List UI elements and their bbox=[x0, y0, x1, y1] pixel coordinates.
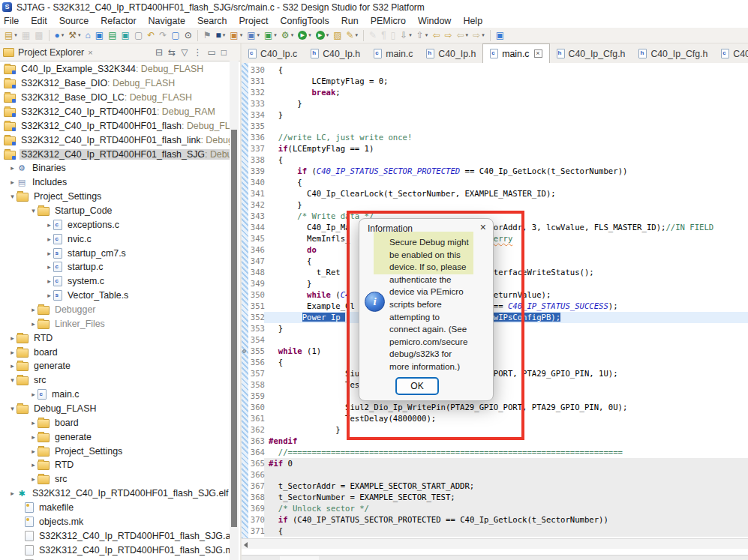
tree-item[interactable]: ▸exceptions.c bbox=[0, 217, 230, 232]
explorer-scrollbar[interactable] bbox=[230, 61, 239, 560]
c-element-button[interactable]: ▣▾ bbox=[263, 28, 278, 42]
tree-item[interactable]: S32K312_Base_DIO_LC: Debug_FLASH bbox=[0, 91, 230, 105]
tree-item[interactable]: ▸main.c bbox=[0, 388, 230, 402]
menu-navigate[interactable]: Navigate bbox=[143, 16, 191, 26]
editor-tab-C40_Ip.h[interactable]: C40_Ip.h bbox=[304, 44, 367, 63]
prev-annotation-button[interactable]: ⇧▾ bbox=[415, 28, 430, 42]
chevron-down-icon[interactable]: ▾ bbox=[8, 405, 17, 412]
chevron-right-icon[interactable]: ▸ bbox=[8, 490, 17, 497]
tree-item[interactable]: ▸▤Includes bbox=[0, 175, 230, 190]
chevron-right-icon[interactable]: ▸ bbox=[29, 433, 38, 441]
menu-pemicro[interactable]: PEMicro bbox=[365, 16, 412, 26]
menu-search[interactable]: Search bbox=[191, 16, 233, 26]
filter-icon[interactable]: ▽ bbox=[181, 48, 188, 57]
build-button[interactable]: ⚒▾ bbox=[67, 28, 82, 42]
tree-item[interactable]: ▸RTD bbox=[0, 458, 230, 472]
tree-item[interactable]: ▾Project_Settings bbox=[0, 190, 230, 204]
new-project-button[interactable]: ▣▾ bbox=[228, 28, 244, 42]
editor-tab-C40_Ip.c[interactable]: C40_Ip.c bbox=[714, 44, 748, 63]
chevron-right-icon[interactable]: ▸ bbox=[29, 461, 38, 469]
tree-item[interactable]: ▸Debugger bbox=[0, 303, 230, 317]
refresh-button[interactable]: ▣ bbox=[120, 28, 131, 42]
annotate-button[interactable]: ✎▾ bbox=[345, 28, 360, 42]
search-button[interactable]: ⊙ bbox=[183, 28, 194, 42]
tree-item[interactable]: S32K312_C40_Ip_RTD400HF01_flash_SJG.srec bbox=[0, 557, 230, 560]
explorer-scrollbar-thumb[interactable] bbox=[231, 130, 237, 527]
dialog-close-icon[interactable]: × bbox=[480, 221, 486, 233]
tree-item[interactable]: S32K312_C40_Ip_RTD400HF01_flash_SJG.map bbox=[0, 543, 230, 557]
debug-config-button[interactable]: ■▾ bbox=[215, 28, 227, 42]
tree-item[interactable]: ▾Debug_FLASH bbox=[0, 402, 230, 416]
menu-configtools[interactable]: ConfigTools bbox=[274, 16, 335, 26]
chevron-right-icon[interactable]: ▸ bbox=[29, 419, 38, 427]
tree-item[interactable]: ▸✱S32K312_C40_Ip_RTD400HF01_flash_SJG.el… bbox=[0, 487, 230, 501]
tree-item[interactable]: C40_Ip_Example_S32K344: Debug_FLASH bbox=[0, 62, 230, 76]
view-menu-icon[interactable]: ⋮ bbox=[193, 48, 202, 57]
chevron-right-icon[interactable]: ▸ bbox=[8, 334, 17, 342]
chevron-right-icon[interactable]: ▸ bbox=[29, 448, 38, 455]
chevron-down-icon[interactable]: ▾ bbox=[29, 207, 38, 214]
editor-tab-C40_Ip.c[interactable]: C40_Ip.c bbox=[242, 44, 304, 63]
chevron-right-icon[interactable]: ▸ bbox=[45, 235, 53, 243]
editor-tab-C40_Ip_Cfg.h[interactable]: C40_Ip_Cfg.h bbox=[632, 44, 714, 63]
editor-tab-C40_Ip_Cfg.h[interactable]: C40_Ip_Cfg.h bbox=[550, 44, 632, 63]
redo-button[interactable]: ↷ bbox=[158, 28, 168, 42]
back-history-button[interactable]: ⇦▾ bbox=[455, 28, 470, 42]
tree-item[interactable]: S32K312_C40_Ip_RTD400HF01_flash: Debug_F… bbox=[0, 118, 230, 133]
menu-project[interactable]: Project bbox=[233, 16, 275, 26]
next-annotation-button[interactable]: ⇩▾ bbox=[398, 28, 413, 42]
chevron-right-icon[interactable]: ▸ bbox=[29, 320, 38, 328]
editor-tab-main.c[interactable]: main.c× bbox=[482, 43, 549, 63]
tree-item[interactable]: ▸startup.c bbox=[0, 260, 230, 274]
scroll-left-arrow-icon[interactable] bbox=[244, 542, 248, 548]
run-button[interactable]: ▶▾ bbox=[296, 28, 313, 42]
build-project-button[interactable]: ⌂ bbox=[84, 28, 92, 42]
tree-item[interactable]: ▸startup_cm7.s bbox=[0, 246, 230, 260]
chevron-right-icon[interactable]: ▸ bbox=[45, 250, 53, 257]
tree-item[interactable]: ▸RTD bbox=[0, 331, 230, 345]
tree-item[interactable]: S32K312_C40_Ip_RTD400HF01_flash_SJG.args bbox=[0, 529, 230, 543]
chevron-right-icon[interactable]: ▸ bbox=[29, 306, 38, 313]
open-element-button[interactable]: ▨ bbox=[332, 28, 343, 42]
tree-item[interactable]: S32K312_C40_Ip_RTD400HF01: Debug_RAM bbox=[0, 105, 230, 119]
maximize-icon[interactable]: □ bbox=[221, 48, 227, 57]
undo-button[interactable]: ↶ bbox=[146, 28, 156, 42]
view-close-icon[interactable]: × bbox=[88, 48, 92, 57]
tree-item[interactable]: ▸src bbox=[0, 472, 230, 487]
tree-item[interactable]: ▾Startup_Code bbox=[0, 204, 230, 218]
toggle-mark-button[interactable]: ⚑ bbox=[202, 28, 213, 42]
tree-item[interactable]: ▸nvic.c bbox=[0, 232, 230, 246]
collapse-all-icon[interactable]: ⊟ bbox=[155, 48, 163, 57]
skip-breakpoints-button[interactable]: ●▾ bbox=[53, 28, 66, 42]
forward-edit-button[interactable]: ⇨ bbox=[443, 28, 453, 42]
menu-file[interactable]: File bbox=[0, 16, 25, 26]
tree-item[interactable]: makefile bbox=[0, 501, 230, 515]
tree-item[interactable]: S32K312_C40_Ip_RTD400HF01_flash_link: De… bbox=[0, 133, 230, 147]
tree-item[interactable]: objects.mk bbox=[0, 515, 230, 529]
chevron-right-icon[interactable]: ▸ bbox=[29, 475, 38, 483]
tree-item[interactable]: S32K312_C40_Ip_RTD400HF01_flash_SJG: Deb… bbox=[0, 147, 230, 161]
horizontal-scrollbar[interactable] bbox=[242, 538, 748, 549]
tree-item[interactable]: ▸Linker_Files bbox=[0, 316, 230, 331]
menu-help[interactable]: Help bbox=[457, 16, 488, 26]
chevron-right-icon[interactable]: ▸ bbox=[45, 263, 53, 271]
menu-run[interactable]: Run bbox=[335, 16, 365, 26]
open-perspective-button[interactable]: ▣ bbox=[494, 28, 506, 42]
open-console-button[interactable]: ▢ bbox=[170, 28, 181, 42]
tree-item[interactable]: ▾src bbox=[0, 373, 230, 388]
menu-refactor[interactable]: Refactor bbox=[95, 16, 142, 26]
chevron-right-icon[interactable]: ▸ bbox=[8, 349, 17, 356]
forward-history-button[interactable]: ⇨▾ bbox=[471, 28, 486, 42]
editor-tab-C40_Ip.h[interactable]: C40_Ip.h bbox=[419, 44, 482, 63]
menu-source[interactable]: Source bbox=[53, 16, 95, 26]
page-tool-button[interactable]: ▢ bbox=[133, 28, 144, 42]
tree-item[interactable]: ▸board bbox=[0, 345, 230, 359]
tree-item[interactable]: S32K312_Base_DIO: Debug_FLASH bbox=[0, 76, 230, 91]
tree-item[interactable]: ▸⚙Binaries bbox=[0, 161, 230, 175]
tree-item[interactable]: ▸generate bbox=[0, 359, 230, 373]
chevron-right-icon[interactable]: ▸ bbox=[45, 292, 53, 299]
chevron-right-icon[interactable]: ▸ bbox=[8, 362, 17, 370]
menu-window[interactable]: Window bbox=[412, 16, 457, 26]
chevron-right-icon[interactable]: ▸ bbox=[45, 277, 53, 285]
tree-item[interactable]: ▸Vector_Table.s bbox=[0, 289, 230, 303]
